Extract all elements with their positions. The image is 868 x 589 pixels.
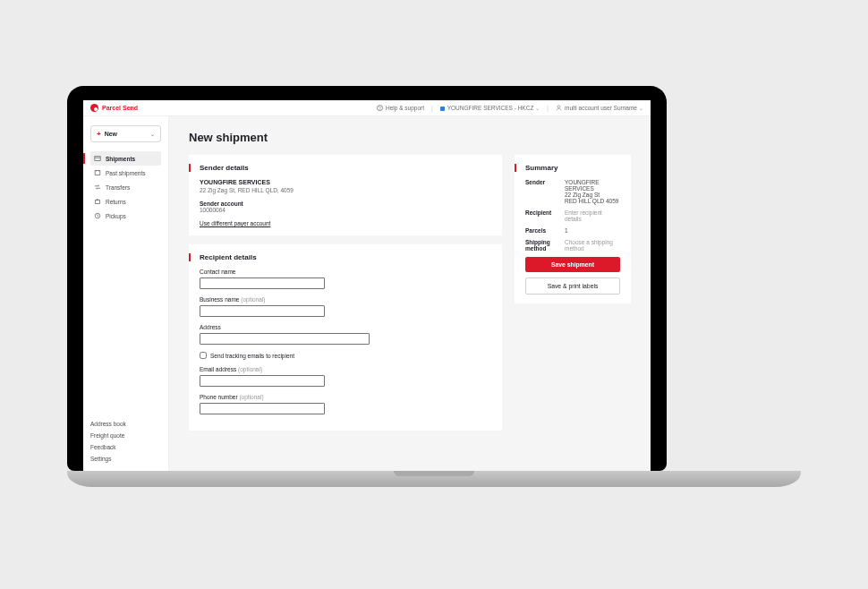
sidebar-item-transfers[interactable]: Transfers bbox=[90, 180, 161, 194]
sidebar-link-address-book[interactable]: Address book bbox=[90, 421, 161, 427]
sender-heading: Sender details bbox=[189, 164, 491, 172]
business-name-input[interactable] bbox=[200, 305, 325, 317]
svg-rect-3 bbox=[96, 200, 100, 203]
user-name: multi account user Surname bbox=[565, 105, 637, 111]
save-shipment-button[interactable]: Save shipment bbox=[525, 257, 620, 272]
brand-name: Parcel Send bbox=[102, 105, 138, 111]
separator: | bbox=[547, 105, 549, 111]
brand[interactable]: Parcel Send bbox=[90, 104, 138, 112]
business-name-label: Business name (optional) bbox=[200, 296, 491, 303]
new-button[interactable]: + New ⌄ bbox=[90, 125, 161, 142]
svg-rect-1 bbox=[95, 157, 100, 161]
recipient-card: Recipient details Contact name Business … bbox=[189, 244, 502, 431]
sender-name: YOUNGFIRE SERVICES bbox=[200, 179, 491, 185]
returns-icon bbox=[94, 198, 101, 205]
svg-point-0 bbox=[557, 106, 560, 108]
summary-heading: Summary bbox=[515, 164, 620, 172]
pickups-icon bbox=[94, 212, 101, 219]
sidebar-item-pickups[interactable]: Pickups bbox=[90, 209, 161, 223]
summary-method-key: Shipping method bbox=[525, 239, 559, 252]
sidebar-item-returns[interactable]: Returns bbox=[90, 194, 161, 209]
sidebar-link-settings[interactable]: Settings bbox=[90, 456, 161, 462]
tracking-emails-label: Send tracking emails to recipient bbox=[210, 353, 294, 359]
email-input[interactable] bbox=[200, 375, 325, 387]
address-input[interactable] bbox=[200, 333, 370, 345]
email-label: Email address (optional) bbox=[200, 366, 491, 372]
contact-name-label: Contact name bbox=[200, 269, 491, 275]
sidebar-link-freight-quote[interactable]: Freight quote bbox=[90, 432, 161, 439]
sidebar-item-past-shipments[interactable]: Past shipments bbox=[90, 166, 161, 180]
recipient-heading: Recipient details bbox=[189, 253, 491, 261]
help-link[interactable]: ?Help & support bbox=[377, 105, 424, 112]
shipments-icon bbox=[94, 155, 101, 162]
chevron-down-icon: ⌄ bbox=[639, 106, 643, 111]
tracking-emails-checkbox[interactable] bbox=[200, 352, 207, 359]
top-bar: Parcel Send ?Help & support | YOUNGFIRE … bbox=[83, 100, 651, 116]
sidebar-link-feedback[interactable]: Feedback bbox=[90, 444, 161, 450]
phone-label: Phone number (optional) bbox=[200, 394, 491, 400]
summary-card: Summary Sender YOUNGFIRE SERVICES 22 Zig… bbox=[515, 155, 631, 303]
account-switcher[interactable]: YOUNGFIRE SERVICES - HKCZ⌄ bbox=[440, 105, 540, 111]
brand-logo-icon bbox=[90, 104, 98, 112]
contact-name-input[interactable] bbox=[200, 277, 325, 289]
chevron-down-icon: ⌄ bbox=[535, 106, 540, 111]
past-shipments-icon bbox=[94, 169, 101, 176]
summary-recipient-key: Recipient bbox=[525, 209, 559, 222]
transfers-icon bbox=[94, 184, 101, 191]
summary-recipient-value: Enter recipient details bbox=[565, 209, 620, 222]
summary-sender-value: YOUNGFIRE SERVICES 22 Zig Zag St RED HIL… bbox=[565, 179, 620, 204]
summary-parcels-value: 1 bbox=[565, 227, 620, 234]
sidebar-item-label: Transfers bbox=[106, 184, 130, 191]
sender-account-label: Sender account bbox=[200, 201, 491, 207]
page-title: New shipment bbox=[189, 131, 631, 144]
phone-input[interactable] bbox=[200, 403, 325, 414]
help-label: Help & support bbox=[386, 105, 424, 111]
change-payer-link[interactable]: Use different payer account bbox=[200, 220, 270, 226]
new-label: New bbox=[105, 131, 117, 137]
account-dot-icon bbox=[440, 107, 445, 111]
sender-address: 22 Zig Zag St, RED HILL QLD, 4059 bbox=[200, 187, 491, 193]
sidebar-item-label: Pickups bbox=[106, 213, 126, 219]
help-icon: ? bbox=[377, 105, 383, 111]
save-print-button[interactable]: Save & print labels bbox=[525, 277, 620, 294]
plus-icon: + bbox=[97, 130, 101, 138]
sender-account-number: 10000064 bbox=[200, 207, 491, 213]
summary-sender-key: Sender bbox=[525, 179, 559, 204]
user-icon bbox=[556, 105, 562, 111]
content-area: New shipment Sender details YOUNGFIRE SE… bbox=[169, 116, 651, 471]
separator: | bbox=[431, 105, 433, 111]
sidebar-item-shipments[interactable]: Shipments bbox=[90, 151, 161, 166]
sidebar-item-label: Shipments bbox=[106, 156, 135, 162]
sidebar-item-label: Past shipments bbox=[106, 170, 145, 176]
account-name: YOUNGFIRE SERVICES - HKCZ bbox=[447, 105, 534, 111]
sidebar: + New ⌄ Shipments Past shipments T bbox=[83, 116, 169, 471]
chevron-down-icon: ⌄ bbox=[150, 131, 155, 137]
summary-parcels-key: Parcels bbox=[525, 227, 559, 234]
sidebar-item-label: Returns bbox=[106, 199, 126, 205]
address-label: Address bbox=[200, 324, 491, 330]
sender-card: Sender details YOUNGFIRE SERVICES 22 Zig… bbox=[189, 155, 502, 235]
user-menu[interactable]: multi account user Surname⌄ bbox=[556, 105, 643, 112]
summary-method-value: Choose a shipping method bbox=[565, 239, 620, 252]
